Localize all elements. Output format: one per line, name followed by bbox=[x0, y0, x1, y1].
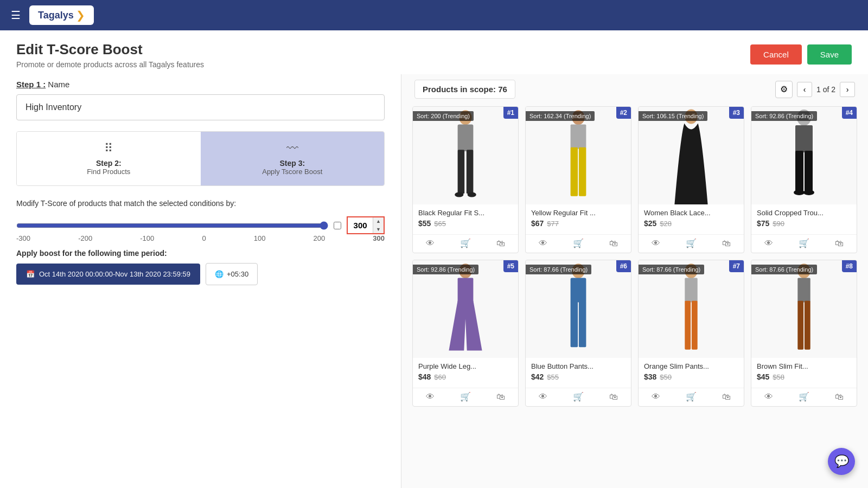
add-button[interactable]: 🛍 bbox=[719, 390, 734, 403]
svg-rect-22 bbox=[571, 301, 578, 348]
spin-group: ▲ ▼ bbox=[373, 217, 384, 233]
next-page-button[interactable]: › bbox=[840, 82, 855, 97]
price-current: $48 bbox=[418, 373, 431, 381]
slider-wrapper: ▲ ▼ -300 -200 -100 0 100 200 300 bbox=[16, 216, 385, 242]
price-original: $58 bbox=[773, 373, 784, 381]
svg-rect-29 bbox=[797, 278, 810, 302]
product-prices: $42 $55 bbox=[531, 373, 626, 381]
rank-badge: #8 bbox=[842, 260, 857, 272]
add-button[interactable]: 🛍 bbox=[719, 237, 734, 249]
rank-badge: #4 bbox=[842, 107, 857, 119]
tscore-value-input[interactable] bbox=[348, 217, 373, 233]
product-actions: 👁 🛒 🛍 bbox=[639, 234, 744, 253]
price-current: $67 bbox=[531, 219, 544, 228]
step2-subtitle: Find Products bbox=[22, 168, 195, 176]
product-info: Black Regular Fit S... $55 $65 bbox=[413, 204, 518, 234]
rank-badge: #6 bbox=[616, 260, 631, 272]
rank-badge: #5 bbox=[503, 260, 518, 272]
price-current: $55 bbox=[418, 219, 431, 228]
product-prices: $67 $77 bbox=[531, 219, 626, 228]
svg-rect-9 bbox=[579, 147, 586, 196]
product-prices: $38 $50 bbox=[644, 373, 738, 381]
step1-number: Step 1 : bbox=[16, 80, 46, 89]
cart-button[interactable]: 🛒 bbox=[795, 237, 813, 249]
tscore-slider[interactable] bbox=[16, 221, 328, 230]
products-nav: ⚙ ‹ 1 of 2 › bbox=[775, 81, 855, 98]
price-current: $75 bbox=[757, 219, 769, 228]
step3-title: Step 3: bbox=[206, 159, 379, 168]
content-area: Step 1 : Name ⠿ Step 2: Find Products 〰 … bbox=[0, 74, 868, 488]
spin-up-button[interactable]: ▲ bbox=[373, 217, 384, 226]
slider-label-0: 0 bbox=[202, 234, 206, 242]
svg-rect-26 bbox=[685, 301, 691, 350]
wave-icon: 〰 bbox=[206, 142, 379, 156]
product-info: Women Black Lace... $25 $28 bbox=[639, 204, 744, 234]
view-button[interactable]: 👁 bbox=[648, 237, 663, 249]
view-button[interactable]: 👁 bbox=[535, 237, 551, 249]
product-image: Sort: 162.34 (Trending) #2 bbox=[526, 107, 631, 204]
logo-text: Tagalys bbox=[38, 10, 74, 21]
slider-label-n100: -100 bbox=[140, 234, 154, 242]
page-title-group: Edit T-Score Boost Promote or demote pro… bbox=[16, 41, 204, 69]
svg-rect-3 bbox=[467, 150, 474, 194]
view-button[interactable]: 👁 bbox=[648, 390, 663, 403]
cart-button[interactable]: 🛒 bbox=[457, 390, 474, 403]
logo-arrow-icon: ❯ bbox=[76, 9, 85, 22]
calendar-icon: 📅 bbox=[26, 270, 35, 278]
step3-tab[interactable]: 〰 Step 3: Apply Tscore Boost bbox=[201, 132, 385, 185]
view-button[interactable]: 👁 bbox=[423, 237, 438, 249]
save-button[interactable]: Save bbox=[807, 44, 852, 65]
slider-checkbox[interactable] bbox=[334, 222, 341, 229]
cart-button[interactable]: 🛒 bbox=[570, 237, 587, 249]
product-actions: 👁 🛒 🛍 bbox=[751, 234, 857, 253]
view-button[interactable]: 👁 bbox=[535, 390, 551, 403]
settings-button[interactable]: ⚙ bbox=[775, 81, 793, 98]
sort-badge: Sort: 200 (Trending) bbox=[413, 111, 474, 121]
price-original: $50 bbox=[660, 373, 672, 381]
cart-button[interactable]: 🛒 bbox=[682, 237, 700, 249]
cancel-button[interactable]: Cancel bbox=[750, 44, 802, 65]
sort-badge: Sort: 87.66 (Trending) bbox=[751, 265, 817, 274]
svg-rect-25 bbox=[685, 278, 697, 302]
product-card: Sort: 106.15 (Trending) #3 Women Black L… bbox=[638, 106, 744, 253]
price-original: $77 bbox=[547, 220, 559, 228]
date-range-button[interactable]: 📅 Oct 14th 2020 00:00:00-Nov 13th 2020 2… bbox=[16, 264, 200, 285]
cart-button[interactable]: 🛒 bbox=[682, 390, 700, 403]
add-button[interactable]: 🛍 bbox=[832, 390, 847, 403]
product-actions: 👁 🛒 🛍 bbox=[639, 388, 744, 406]
product-card: Sort: 162.34 (Trending) #2 Yellow Regula… bbox=[525, 106, 631, 253]
timezone-button[interactable]: 🌐 +05:30 bbox=[206, 263, 258, 285]
product-name: Women Black Lace... bbox=[644, 209, 738, 217]
spin-down-button[interactable]: ▼ bbox=[373, 226, 384, 234]
cart-button[interactable]: 🛒 bbox=[795, 390, 813, 403]
time-period-row: 📅 Oct 14th 2020 00:00:00-Nov 13th 2020 2… bbox=[16, 263, 385, 285]
svg-point-15 bbox=[794, 190, 805, 195]
product-actions: 👁 🛒 🛍 bbox=[413, 388, 518, 406]
prev-page-button[interactable]: ‹ bbox=[797, 82, 812, 97]
product-image: Sort: 87.66 (Trending) #6 bbox=[526, 260, 631, 358]
product-actions: 👁 🛒 🛍 bbox=[751, 388, 857, 406]
sort-badge: Sort: 87.66 (Trending) bbox=[639, 265, 704, 274]
product-card: Sort: 87.66 (Trending) #7 Orange Slim Pa… bbox=[638, 260, 744, 407]
menu-icon[interactable]: ☰ bbox=[11, 9, 21, 22]
add-button[interactable]: 🛍 bbox=[606, 390, 621, 403]
add-button[interactable]: 🛍 bbox=[832, 237, 847, 249]
chat-widget[interactable]: 💬 bbox=[828, 448, 855, 475]
view-button[interactable]: 👁 bbox=[761, 390, 776, 403]
add-button[interactable]: 🛍 bbox=[493, 390, 508, 403]
boost-name-input[interactable] bbox=[16, 94, 385, 120]
product-info: Solid Cropped Trou... $75 $90 bbox=[751, 204, 857, 234]
sort-badge: Sort: 162.34 (Trending) bbox=[526, 111, 595, 121]
product-name: Brown Slim Fit... bbox=[757, 362, 851, 370]
view-button[interactable]: 👁 bbox=[423, 390, 438, 403]
add-button[interactable]: 🛍 bbox=[606, 237, 621, 249]
cart-button[interactable]: 🛒 bbox=[570, 390, 587, 403]
product-info: Blue Button Pants... $42 $55 bbox=[526, 358, 631, 388]
rank-badge: #7 bbox=[729, 260, 744, 272]
product-name: Yellow Regular Fit ... bbox=[531, 209, 626, 217]
cart-button[interactable]: 🛒 bbox=[457, 237, 474, 249]
step2-tab[interactable]: ⠿ Step 2: Find Products bbox=[17, 132, 201, 185]
price-original: $60 bbox=[434, 373, 446, 381]
add-button[interactable]: 🛍 bbox=[493, 237, 508, 249]
view-button[interactable]: 👁 bbox=[761, 237, 776, 249]
